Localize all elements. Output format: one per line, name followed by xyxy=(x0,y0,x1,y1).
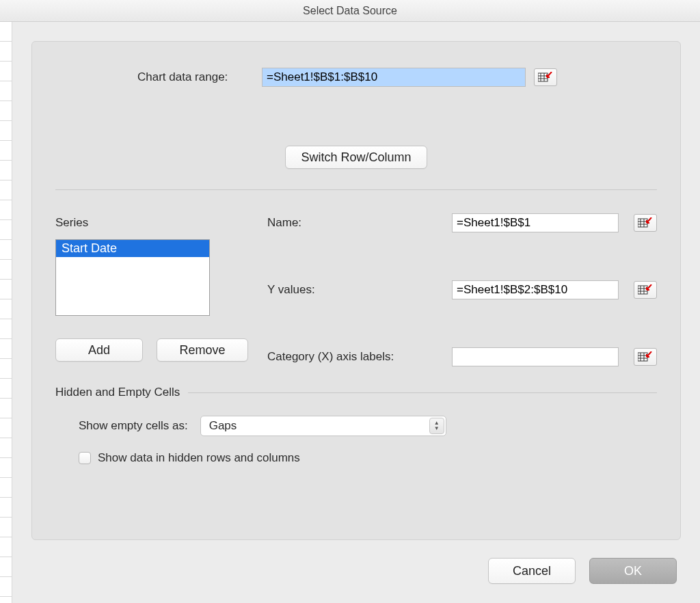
svg-rect-0 xyxy=(538,73,548,81)
chart-data-range-picker-button[interactable] xyxy=(534,68,557,86)
name-input[interactable] xyxy=(452,213,619,232)
range-picker-icon xyxy=(538,72,553,83)
series-list[interactable]: Start Date xyxy=(55,239,210,316)
dialog-panel: Chart data range: Switch Row/Column xyxy=(31,41,681,540)
series-item-start-date[interactable]: Start Date xyxy=(56,240,209,257)
category-x-labels-range-picker-button[interactable] xyxy=(634,348,657,366)
show-empty-cells-select[interactable]: Gaps ▲▼ xyxy=(200,416,446,436)
category-x-labels-input[interactable] xyxy=(452,347,619,366)
y-values-range-picker-button[interactable] xyxy=(634,281,657,299)
y-values-label: Y values: xyxy=(267,283,445,297)
chart-data-range-label: Chart data range: xyxy=(137,70,262,84)
name-label: Name: xyxy=(267,216,445,230)
ok-button[interactable]: OK xyxy=(589,558,677,584)
hidden-empty-heading: Hidden and Empty Cells xyxy=(55,386,180,399)
show-hidden-label: Show data in hidden rows and columns xyxy=(98,451,300,465)
show-empty-cells-value: Gaps xyxy=(209,419,237,433)
series-heading: Series xyxy=(55,216,260,230)
select-data-source-dialog: Chart data range: Switch Row/Column xyxy=(12,22,700,603)
add-series-button[interactable]: Add xyxy=(55,338,143,362)
divider xyxy=(188,392,657,393)
dialog-footer: Cancel OK xyxy=(488,558,677,584)
range-picker-icon xyxy=(638,351,653,362)
select-stepper-icon: ▲▼ xyxy=(429,418,444,434)
range-picker-icon xyxy=(638,217,653,228)
name-range-picker-button[interactable] xyxy=(634,214,657,232)
range-picker-icon xyxy=(638,284,653,295)
dialog-title: Select Data Source xyxy=(0,0,700,22)
spreadsheet-grid-edge xyxy=(0,22,12,603)
series-fields-grid: Series Name: Start Date xyxy=(55,213,657,366)
category-x-labels-label: Category (X) axis labels: xyxy=(267,350,445,364)
svg-rect-5 xyxy=(638,219,647,227)
show-hidden-checkbox[interactable] xyxy=(79,452,91,464)
chart-data-range-input[interactable] xyxy=(262,68,526,87)
show-empty-cells-label: Show empty cells as: xyxy=(79,419,188,433)
cancel-button[interactable]: Cancel xyxy=(488,558,576,584)
remove-series-button[interactable]: Remove xyxy=(157,338,248,362)
y-values-input[interactable] xyxy=(452,280,619,299)
svg-rect-15 xyxy=(638,353,647,361)
svg-rect-10 xyxy=(638,286,647,294)
switch-row-column-button[interactable]: Switch Row/Column xyxy=(285,146,427,169)
